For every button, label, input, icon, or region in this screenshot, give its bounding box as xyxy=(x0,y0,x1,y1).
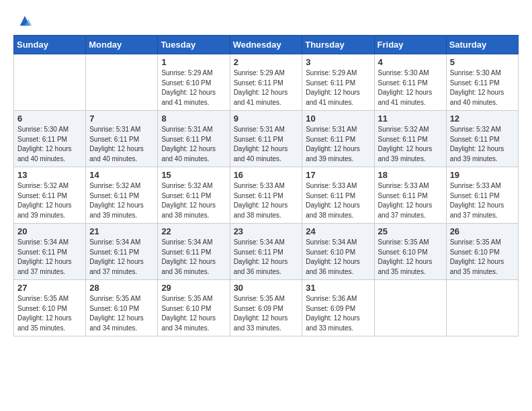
day-number: 11 xyxy=(378,113,443,124)
day-number: 25 xyxy=(378,226,443,236)
day-info: Sunrise: 5:33 AM Sunset: 6:11 PM Dayligh… xyxy=(378,181,443,220)
calendar-cell: 14Sunrise: 5:32 AM Sunset: 6:11 PM Dayli… xyxy=(86,167,158,224)
calendar-week-row: 6Sunrise: 5:30 AM Sunset: 6:11 PM Daylig… xyxy=(14,111,519,167)
day-info: Sunrise: 5:32 AM Sunset: 6:11 PM Dayligh… xyxy=(161,181,226,220)
calendar-cell: 29Sunrise: 5:35 AM Sunset: 6:10 PM Dayli… xyxy=(158,280,230,336)
weekday-header-monday: Monday xyxy=(86,36,158,54)
day-number: 13 xyxy=(17,170,82,180)
calendar-week-row: 13Sunrise: 5:32 AM Sunset: 6:11 PM Dayli… xyxy=(14,167,519,224)
day-info: Sunrise: 5:31 AM Sunset: 6:11 PM Dayligh… xyxy=(234,125,299,164)
calendar-week-row: 1Sunrise: 5:29 AM Sunset: 6:10 PM Daylig… xyxy=(14,54,519,111)
calendar-cell: 3Sunrise: 5:29 AM Sunset: 6:11 PM Daylig… xyxy=(302,54,374,111)
calendar-cell: 6Sunrise: 5:30 AM Sunset: 6:11 PM Daylig… xyxy=(14,111,86,167)
calendar-week-row: 27Sunrise: 5:35 AM Sunset: 6:10 PM Dayli… xyxy=(14,280,519,336)
day-info: Sunrise: 5:35 AM Sunset: 6:10 PM Dayligh… xyxy=(89,294,154,333)
calendar-cell: 11Sunrise: 5:32 AM Sunset: 6:11 PM Dayli… xyxy=(374,111,446,167)
logo xyxy=(13,13,32,28)
calendar-cell: 27Sunrise: 5:35 AM Sunset: 6:10 PM Dayli… xyxy=(14,280,86,336)
day-number: 15 xyxy=(161,170,226,180)
day-info: Sunrise: 5:33 AM Sunset: 6:11 PM Dayligh… xyxy=(450,181,515,220)
day-number: 18 xyxy=(378,170,443,180)
day-number: 23 xyxy=(234,226,299,236)
day-number: 6 xyxy=(17,113,82,124)
day-info: Sunrise: 5:35 AM Sunset: 6:10 PM Dayligh… xyxy=(378,238,443,277)
day-number: 2 xyxy=(234,57,299,67)
day-number: 24 xyxy=(306,226,370,236)
day-number: 26 xyxy=(450,226,515,236)
day-info: Sunrise: 5:30 AM Sunset: 6:11 PM Dayligh… xyxy=(450,68,515,107)
day-info: Sunrise: 5:29 AM Sunset: 6:10 PM Dayligh… xyxy=(161,68,226,107)
calendar-cell: 24Sunrise: 5:34 AM Sunset: 6:10 PM Dayli… xyxy=(302,224,374,280)
day-info: Sunrise: 5:34 AM Sunset: 6:10 PM Dayligh… xyxy=(306,238,370,277)
day-number: 28 xyxy=(89,283,154,293)
calendar-cell: 19Sunrise: 5:33 AM Sunset: 6:11 PM Dayli… xyxy=(446,167,518,224)
day-info: Sunrise: 5:32 AM Sunset: 6:11 PM Dayligh… xyxy=(17,181,82,220)
calendar-cell: 23Sunrise: 5:34 AM Sunset: 6:11 PM Dayli… xyxy=(230,224,302,280)
calendar-cell: 16Sunrise: 5:33 AM Sunset: 6:11 PM Dayli… xyxy=(230,167,302,224)
day-number: 20 xyxy=(17,226,82,236)
day-number: 16 xyxy=(234,170,299,180)
day-number: 5 xyxy=(450,57,515,67)
day-number: 17 xyxy=(306,170,370,180)
day-number: 8 xyxy=(161,113,226,124)
calendar-cell: 8Sunrise: 5:31 AM Sunset: 6:11 PM Daylig… xyxy=(158,111,230,167)
weekday-header-friday: Friday xyxy=(374,36,446,54)
calendar-cell: 28Sunrise: 5:35 AM Sunset: 6:10 PM Dayli… xyxy=(86,280,158,336)
day-number: 4 xyxy=(378,57,443,67)
calendar-cell: 15Sunrise: 5:32 AM Sunset: 6:11 PM Dayli… xyxy=(158,167,230,224)
calendar-cell xyxy=(14,54,86,111)
day-number: 9 xyxy=(234,113,299,124)
day-number: 19 xyxy=(450,170,515,180)
calendar-cell xyxy=(374,280,446,336)
day-info: Sunrise: 5:34 AM Sunset: 6:11 PM Dayligh… xyxy=(17,238,82,277)
day-number: 7 xyxy=(89,113,154,124)
day-number: 1 xyxy=(161,57,226,67)
calendar-cell: 18Sunrise: 5:33 AM Sunset: 6:11 PM Dayli… xyxy=(374,167,446,224)
weekday-header-saturday: Saturday xyxy=(446,36,518,54)
day-info: Sunrise: 5:31 AM Sunset: 6:11 PM Dayligh… xyxy=(161,125,226,164)
calendar-cell: 17Sunrise: 5:33 AM Sunset: 6:11 PM Dayli… xyxy=(302,167,374,224)
calendar-cell: 7Sunrise: 5:31 AM Sunset: 6:11 PM Daylig… xyxy=(86,111,158,167)
weekday-header-tuesday: Tuesday xyxy=(158,36,230,54)
day-number: 29 xyxy=(161,283,226,293)
day-number: 3 xyxy=(306,57,370,67)
day-info: Sunrise: 5:31 AM Sunset: 6:11 PM Dayligh… xyxy=(306,125,370,164)
calendar-cell xyxy=(446,280,518,336)
day-info: Sunrise: 5:30 AM Sunset: 6:11 PM Dayligh… xyxy=(17,125,82,164)
day-number: 14 xyxy=(89,170,154,180)
calendar-cell: 20Sunrise: 5:34 AM Sunset: 6:11 PM Dayli… xyxy=(14,224,86,280)
calendar-cell: 26Sunrise: 5:35 AM Sunset: 6:10 PM Dayli… xyxy=(446,224,518,280)
day-info: Sunrise: 5:29 AM Sunset: 6:11 PM Dayligh… xyxy=(306,68,370,107)
day-info: Sunrise: 5:34 AM Sunset: 6:11 PM Dayligh… xyxy=(161,238,226,277)
calendar-cell: 2Sunrise: 5:29 AM Sunset: 6:11 PM Daylig… xyxy=(230,54,302,111)
day-info: Sunrise: 5:36 AM Sunset: 6:09 PM Dayligh… xyxy=(306,294,370,333)
day-info: Sunrise: 5:34 AM Sunset: 6:11 PM Dayligh… xyxy=(234,238,299,277)
day-number: 10 xyxy=(306,113,370,124)
day-info: Sunrise: 5:33 AM Sunset: 6:11 PM Dayligh… xyxy=(306,181,370,220)
day-info: Sunrise: 5:32 AM Sunset: 6:11 PM Dayligh… xyxy=(89,181,154,220)
day-info: Sunrise: 5:29 AM Sunset: 6:11 PM Dayligh… xyxy=(234,68,299,107)
calendar-cell: 31Sunrise: 5:36 AM Sunset: 6:09 PM Dayli… xyxy=(302,280,374,336)
day-info: Sunrise: 5:31 AM Sunset: 6:11 PM Dayligh… xyxy=(89,125,154,164)
calendar-cell: 30Sunrise: 5:35 AM Sunset: 6:09 PM Dayli… xyxy=(230,280,302,336)
day-info: Sunrise: 5:35 AM Sunset: 6:10 PM Dayligh… xyxy=(161,294,226,333)
calendar-cell: 13Sunrise: 5:32 AM Sunset: 6:11 PM Dayli… xyxy=(14,167,86,224)
calendar-table: SundayMondayTuesdayWednesdayThursdayFrid… xyxy=(13,35,519,336)
weekday-header-thursday: Thursday xyxy=(302,36,374,54)
calendar-cell: 1Sunrise: 5:29 AM Sunset: 6:10 PM Daylig… xyxy=(158,54,230,111)
calendar-cell: 12Sunrise: 5:32 AM Sunset: 6:11 PM Dayli… xyxy=(446,111,518,167)
day-info: Sunrise: 5:35 AM Sunset: 6:10 PM Dayligh… xyxy=(17,294,82,333)
day-info: Sunrise: 5:32 AM Sunset: 6:11 PM Dayligh… xyxy=(450,125,515,164)
day-number: 22 xyxy=(161,226,226,236)
calendar-cell: 10Sunrise: 5:31 AM Sunset: 6:11 PM Dayli… xyxy=(302,111,374,167)
day-number: 30 xyxy=(234,283,299,293)
weekday-header-wednesday: Wednesday xyxy=(230,36,302,54)
day-info: Sunrise: 5:32 AM Sunset: 6:11 PM Dayligh… xyxy=(378,125,443,164)
day-info: Sunrise: 5:35 AM Sunset: 6:10 PM Dayligh… xyxy=(450,238,515,277)
day-number: 12 xyxy=(450,113,515,124)
weekday-header-sunday: Sunday xyxy=(14,36,86,54)
day-info: Sunrise: 5:30 AM Sunset: 6:11 PM Dayligh… xyxy=(378,68,443,107)
calendar-cell: 22Sunrise: 5:34 AM Sunset: 6:11 PM Dayli… xyxy=(158,224,230,280)
calendar-header-row: SundayMondayTuesdayWednesdayThursdayFrid… xyxy=(14,36,519,54)
calendar-cell: 9Sunrise: 5:31 AM Sunset: 6:11 PM Daylig… xyxy=(230,111,302,167)
